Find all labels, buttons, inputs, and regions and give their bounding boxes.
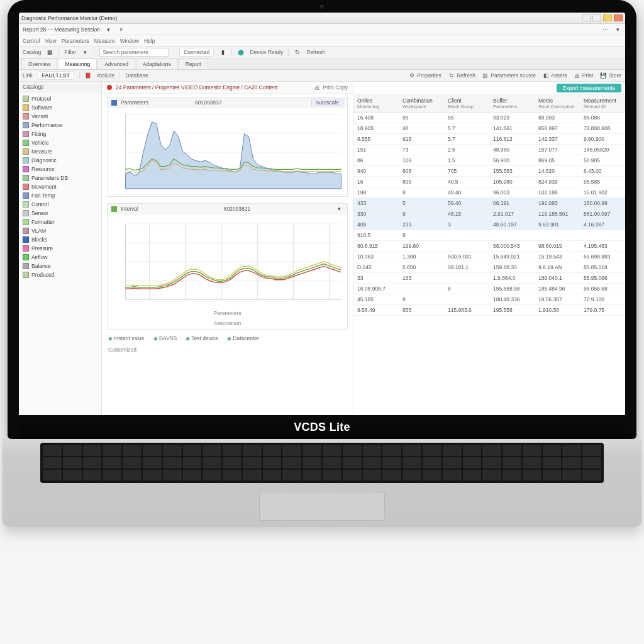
tool-print[interactable]: 🖨 Print — [573, 72, 593, 79]
refresh-icon[interactable]: ↻ — [294, 48, 301, 56]
menu-control[interactable]: Control — [23, 38, 40, 44]
table-row[interactable]: 45.1859180.48.33619.56.38770.9.100 — [353, 294, 625, 305]
sidebar-item[interactable]: Vehicle — [20, 138, 100, 147]
sidebar-item[interactable]: Balance — [20, 262, 100, 270]
sidebar-item[interactable]: Formatter — [20, 218, 100, 226]
table-row[interactable]: 151732.548.960157.077145.05820 — [353, 145, 625, 155]
table-row[interactable]: 16.08.905.76155.558.58185.484.9695.055.6… — [353, 284, 625, 294]
catalog-icon[interactable]: ▦ — [46, 48, 53, 56]
panel-title-bar: 24 Parameters / Properties VIDEO Domesti… — [102, 82, 353, 94]
panel-aux[interactable]: 🖨 Print Copy — [314, 84, 348, 91]
tool-properties[interactable]: ⚙ Properties — [408, 72, 441, 79]
sidebar-item[interactable]: Movement — [20, 182, 100, 191]
window-close-button[interactable] — [614, 14, 623, 21]
sidebar-item[interactable]: Protocol — [20, 94, 100, 103]
table-cell: 180.00.99 — [580, 198, 625, 209]
book-icon[interactable]: 📕 — [85, 72, 92, 79]
column-header[interactable]: MeasurementDerived ID — [580, 95, 625, 113]
table-row[interactable]: 331631.9.864.0189.040.155.95.096 — [353, 273, 625, 284]
sidebar-item[interactable]: Blocks — [20, 235, 100, 244]
sidebar-item[interactable]: Variant — [20, 112, 100, 121]
column-header[interactable]: CombinationWorkspace — [399, 95, 444, 113]
sidebar-item[interactable]: Resource — [20, 165, 100, 174]
tool-refresh[interactable]: ↻ Refresh — [448, 72, 475, 79]
sidebar-item[interactable]: Software — [20, 103, 100, 112]
sidebar-item[interactable]: Fan Temp — [20, 191, 100, 200]
tab-overview[interactable]: Overview — [21, 58, 57, 69]
table-cell: 180.48.336 — [489, 294, 535, 305]
sidebar-item[interactable]: Measure — [20, 147, 100, 156]
window-titlebar[interactable]: Diagnostic Performance Monitor (Demo) — [19, 13, 625, 24]
collapse-icon[interactable]: ▾ — [336, 205, 343, 213]
chevron-down-icon[interactable]: ▾ — [81, 48, 89, 56]
table-cell: 191.093 — [535, 198, 580, 209]
color-swatch-icon — [23, 131, 29, 137]
menu-help[interactable]: Help — [144, 38, 155, 44]
column-header[interactable]: ClientBlock Group — [444, 95, 489, 113]
table-row[interactable]: 330948.152.91.017119.185.501581.00.097 — [353, 209, 625, 219]
table-row[interactable]: 80.8.915199.6058.000.54398.60.0194.195.4… — [353, 241, 625, 252]
table-cell: 55.95.096 — [580, 273, 625, 284]
table-cell: 2.91.017 — [489, 209, 535, 219]
datagrid-scroll[interactable]: OnlineMonitoringCombinationWorkspaceClie… — [353, 95, 625, 415]
table-row[interactable]: D.0455.85009.181.1159.88.309.8.19.AN85.8… — [353, 262, 625, 273]
table-row[interactable]: 408233348.60.1979.63.9014.16.087 — [353, 219, 625, 230]
table-row[interactable]: 16.408955593.02389.09386.086 — [353, 113, 625, 123]
chart-2[interactable] — [108, 214, 347, 309]
sidebar-item[interactable]: Performance — [20, 121, 100, 130]
tool-assets[interactable]: ◧ Assets — [542, 72, 567, 79]
tool-store[interactable]: 💾 Store — [599, 72, 621, 79]
sidebar-item[interactable]: Parameters DB — [20, 174, 100, 182]
tab-advanced[interactable]: Advanced — [97, 58, 135, 69]
menu-measure[interactable]: Measure — [94, 38, 115, 44]
table-row[interactable]: 10.0631.300500.9.00115.649.02115.19.5436… — [353, 252, 625, 262]
sidebar-item[interactable]: VLAM — [20, 226, 100, 235]
autoscale-pill[interactable]: Autoscale — [311, 99, 343, 106]
tool-parameters-source[interactable]: ▥ Parameters source — [482, 72, 536, 79]
table-cell: 93.023 — [489, 113, 535, 123]
close-icon[interactable]: × — [118, 26, 125, 33]
table-row[interactable]: 198849.4096.003102.18815.01.902 — [353, 187, 625, 198]
sidebar-item[interactable]: Control — [20, 200, 100, 209]
sidebar-item[interactable]: Fitting — [20, 130, 100, 138]
sidebar-item[interactable]: Sensor — [20, 209, 100, 218]
menu-view[interactable]: View — [45, 38, 56, 44]
connection-icon[interactable]: ⬤ — [237, 48, 245, 56]
table-row[interactable]: 8.5559185.7116.812142.3379.60.900 — [353, 134, 625, 145]
table-row[interactable]: 916.58 — [353, 230, 625, 241]
more-icon[interactable]: ⋯ — [601, 26, 609, 33]
table-row[interactable]: 1680940.5105.980824.93995.585 — [353, 177, 625, 187]
window-minimize-button[interactable] — [582, 14, 591, 21]
table-cell: 119.185.501 — [535, 209, 580, 219]
table-cell: 145.05820 — [580, 145, 625, 155]
column-header[interactable]: OnlineMonitoring — [353, 95, 399, 113]
table-row[interactable]: 861061.556.900869.0550.905 — [353, 155, 625, 166]
sidebar-item[interactable]: Airflow — [20, 253, 100, 262]
dropdown-icon[interactable]: ▾ — [105, 26, 113, 33]
window-controls — [582, 14, 623, 21]
search-input[interactable] — [99, 48, 169, 57]
column-header[interactable]: MetricShort Description — [535, 95, 580, 113]
signal-icon: ▮ — [219, 48, 226, 56]
window-maximize-button[interactable] — [592, 14, 601, 21]
column-header[interactable]: BufferParameters — [489, 95, 535, 113]
table-row[interactable]: 940808705155.58314.8206.43.00 — [353, 166, 625, 177]
tab-report[interactable]: Report — [179, 58, 209, 69]
sidebar-item[interactable]: Produced — [20, 270, 100, 279]
table-row[interactable]: 18.905485.7141.561658.99776.808.608 — [353, 123, 625, 134]
menu-parameters[interactable]: Parameters — [62, 38, 89, 44]
window-help-button[interactable] — [603, 14, 612, 21]
table-row[interactable]: 433559.4006.191191.093180.00.99 — [353, 198, 625, 209]
tab-measuring[interactable]: Measuring — [58, 58, 97, 69]
tab-adaptations[interactable]: Adaptations — [136, 58, 178, 69]
table-cell: 33 — [353, 273, 399, 284]
docname[interactable]: FAULT.LST — [38, 71, 74, 80]
table-row[interactable]: 9.58.49855115.983.6195.5581.910.58179.8.… — [353, 305, 625, 316]
chart-1[interactable] — [108, 108, 347, 196]
export-button[interactable]: Export measurements — [557, 84, 621, 92]
chevron-down-icon[interactable]: ▾ — [614, 26, 621, 33]
sidebar-item[interactable]: Diagnostic — [20, 156, 100, 165]
menu-window[interactable]: Window — [120, 38, 139, 44]
sidebar-item[interactable]: Pressure — [20, 244, 100, 253]
table-cell: 45.185 — [353, 294, 399, 305]
